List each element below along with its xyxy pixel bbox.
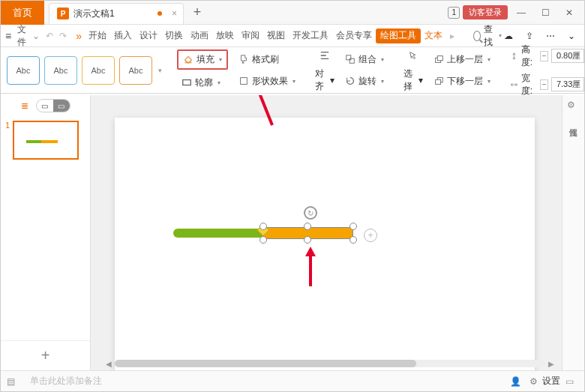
green-bar-shape[interactable]: [173, 229, 263, 238]
notification-badge[interactable]: 1: [448, 7, 460, 19]
document-title: 演示文稿1: [74, 7, 115, 20]
notes-placeholder[interactable]: 单击此处添加备注: [30, 375, 102, 388]
bring-forward-button[interactable]: 上移一层▾: [429, 51, 495, 68]
select-label: 选择: [404, 67, 417, 93]
window-controls: 1 访客登录 — ☐ ✕: [448, 4, 584, 22]
tab-review[interactable]: 审阅: [238, 25, 263, 47]
slide-number: 1: [5, 121, 10, 160]
document-tab[interactable]: P 演示文稿1 ×: [49, 3, 184, 24]
shape-effect-button[interactable]: 形状效果▾: [234, 73, 300, 90]
view-normal-icon[interactable]: ▭: [563, 376, 575, 388]
outline-button[interactable]: 轮廓▾: [177, 74, 228, 91]
collapse-ribbon-icon[interactable]: ⌄: [565, 29, 578, 43]
align-button[interactable]: [315, 48, 334, 63]
up-layer-icon: [434, 54, 444, 64]
tab-member[interactable]: 会员专享: [332, 25, 376, 47]
scroll-right-icon[interactable]: ▶: [548, 360, 554, 368]
new-tab-button[interactable]: +: [187, 2, 208, 23]
svg-rect-1: [183, 80, 191, 85]
view-toggle[interactable]: ▭ ▭: [36, 99, 70, 112]
fill-icon: [183, 54, 194, 64]
shape-style-3[interactable]: Abc: [82, 56, 115, 85]
fill-label: 填充: [196, 53, 214, 66]
select-button[interactable]: [404, 48, 423, 63]
outline-view-icon[interactable]: ≣: [21, 100, 28, 111]
more-icon[interactable]: ⋯: [544, 29, 557, 43]
expand-right-icon[interactable]: »: [76, 30, 82, 42]
rotate-icon: [345, 76, 356, 86]
resize-handle[interactable]: [260, 223, 267, 230]
resize-handle[interactable]: [304, 236, 311, 244]
height-minus[interactable]: −: [540, 51, 548, 61]
home-tab[interactable]: 首页: [1, 1, 44, 25]
height-value[interactable]: 0.80厘: [551, 49, 584, 63]
notes-icon[interactable]: ▤: [7, 376, 15, 387]
add-shape-icon[interactable]: +: [364, 229, 377, 242]
tab-transition[interactable]: 切换: [161, 25, 187, 47]
resize-handle[interactable]: [350, 236, 357, 244]
down-layer-label: 下移一层: [447, 75, 483, 88]
tab-design[interactable]: 设计: [136, 25, 161, 47]
rotate-label: 旋转: [358, 75, 376, 88]
cloud-icon[interactable]: ☁: [502, 29, 515, 43]
shape-style-2[interactable]: Abc: [44, 56, 77, 85]
settings-label[interactable]: 设置: [542, 375, 560, 388]
group-button[interactable]: 组合▾: [340, 51, 388, 68]
settings-slider-icon[interactable]: ⚙: [567, 100, 580, 113]
find-button[interactable]: 查找 ▾: [473, 23, 502, 49]
svg-rect-8: [436, 79, 441, 84]
rotate-button[interactable]: 旋转▾: [340, 73, 388, 90]
horizontal-scrollbar[interactable]: ◀ ▶: [106, 358, 554, 369]
tab-view[interactable]: 视图: [263, 25, 289, 47]
height-label: 高度:: [521, 43, 537, 69]
menubar: ≡ 文件 ⌄ ↶ ↷ » 开始 插入 设计 切换 动画 放映 审阅 视图 开发工…: [1, 25, 584, 47]
tab-devtools[interactable]: 开发工具: [289, 25, 332, 47]
redo-icon[interactable]: ↷: [59, 31, 67, 41]
tab-insert[interactable]: 插入: [110, 25, 136, 47]
svg-rect-6: [437, 56, 442, 61]
send-backward-button[interactable]: 下移一层▾: [429, 73, 495, 90]
minimize-button[interactable]: —: [511, 4, 532, 22]
width-value[interactable]: 7.33厘: [551, 77, 584, 91]
tab-animation[interactable]: 动画: [187, 25, 212, 47]
tab-slideshow[interactable]: 放映: [212, 25, 238, 47]
resize-handle[interactable]: [260, 236, 267, 244]
menu-icon[interactable]: ≡: [5, 30, 11, 42]
slide[interactable]: ↻ +: [115, 118, 535, 370]
svg-rect-2: [241, 78, 248, 85]
person-icon[interactable]: 👤: [509, 376, 521, 388]
slide-preview: [13, 121, 79, 160]
width-minus[interactable]: −: [540, 79, 548, 90]
tab-start[interactable]: 开始: [85, 25, 110, 47]
statusbar: ▤ 单击此处添加备注 👤 ⚙ 设置 ▭: [1, 370, 584, 391]
shape-style-1[interactable]: Abc: [7, 56, 40, 85]
format-painter-label: 格式刷: [252, 53, 279, 66]
tab-overflow-icon[interactable]: ▸: [446, 25, 458, 47]
file-menu[interactable]: 文件: [17, 23, 26, 49]
rotation-handle-icon[interactable]: ↻: [304, 206, 317, 220]
canvas[interactable]: ↻ +: [91, 95, 562, 370]
resize-handle[interactable]: [304, 223, 311, 230]
align-label: 对齐: [315, 67, 328, 93]
slide-thumbnail[interactable]: 1: [5, 121, 86, 160]
maximize-button[interactable]: ☐: [535, 4, 556, 22]
login-button[interactable]: 访客登录: [463, 5, 508, 19]
tab-drawing-tools[interactable]: 绘图工具: [376, 28, 421, 43]
thumbnail-toggle[interactable]: ▭: [53, 100, 70, 112]
outline-icon: [182, 77, 192, 88]
resize-handle[interactable]: [350, 223, 357, 230]
close-window-button[interactable]: ✕: [559, 4, 580, 22]
format-painter-button[interactable]: 格式刷: [234, 51, 300, 68]
outline-toggle[interactable]: ▭: [37, 100, 53, 112]
presentation-icon: P: [57, 7, 69, 19]
undo-icon[interactable]: ↶: [46, 31, 53, 41]
add-slide-button[interactable]: +: [1, 340, 90, 370]
fill-button[interactable]: 填充▾: [177, 49, 228, 70]
scroll-left-icon[interactable]: ◀: [106, 360, 112, 368]
shape-style-4[interactable]: Abc: [119, 56, 152, 85]
tab-text[interactable]: 文本: [421, 25, 446, 47]
close-tab-icon[interactable]: ×: [172, 8, 177, 19]
style-more-icon[interactable]: ▾: [158, 67, 162, 74]
share-icon[interactable]: ⇪: [523, 29, 536, 43]
gear-icon[interactable]: ⚙: [527, 376, 539, 388]
